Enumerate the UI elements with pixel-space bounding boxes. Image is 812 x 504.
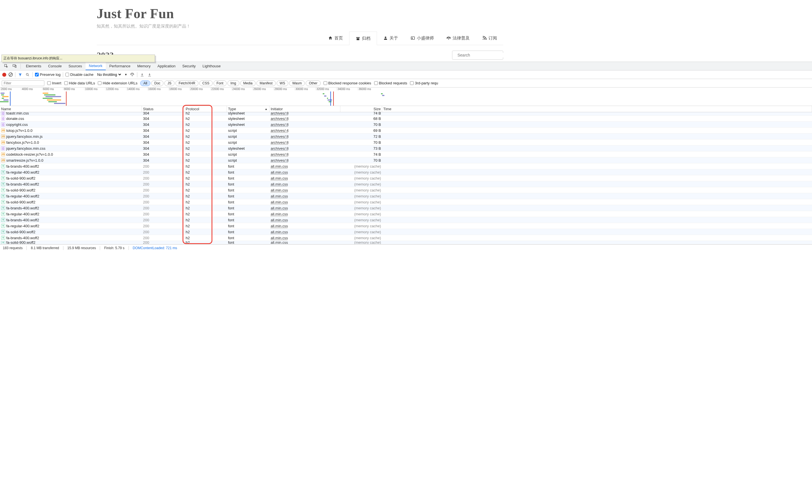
devtools-tab-memory[interactable]: Memory bbox=[134, 62, 154, 70]
nav-lawyer[interactable]: 小盛律师 bbox=[404, 32, 440, 45]
network-conditions-icon[interactable] bbox=[130, 72, 135, 77]
type-pill-doc[interactable]: Doc bbox=[151, 80, 163, 86]
col-header-status[interactable]: Status bbox=[142, 106, 184, 112]
network-row[interactable]: Tfa-solid-900.woff2200h2fontall.min.css(… bbox=[0, 175, 812, 181]
network-filter-input[interactable] bbox=[2, 80, 44, 86]
type-pill-ws[interactable]: WS bbox=[277, 80, 288, 86]
third-party-checkbox[interactable]: 3rd-party requ bbox=[410, 81, 438, 85]
row-initiator-link[interactable]: archives/:8 bbox=[271, 140, 288, 145]
network-row[interactable]: {}jquery.fancybox.min.css304h2stylesheet… bbox=[0, 145, 812, 151]
type-pill-all[interactable]: All bbox=[140, 80, 150, 86]
filter-toggle-icon[interactable] bbox=[18, 72, 23, 77]
row-initiator-link[interactable]: archives/:8 bbox=[271, 134, 288, 139]
clear-button[interactable] bbox=[9, 72, 13, 77]
network-row[interactable]: Tfa-brands-400.woff2200h2fontall.min.css… bbox=[0, 235, 812, 241]
network-row[interactable]: JSjquery.fancybox.min.js304h2scriptarchi… bbox=[0, 134, 812, 139]
search-box[interactable] bbox=[452, 51, 503, 60]
row-initiator-link[interactable]: all.min.css bbox=[271, 176, 288, 180]
row-initiator-link[interactable]: all.min.css bbox=[271, 182, 288, 186]
network-row[interactable]: {}donate.css304h2stylesheetarchives/:868… bbox=[0, 116, 812, 122]
network-row[interactable]: {}copyright.css304h2stylesheetarchives/:… bbox=[0, 122, 812, 128]
record-button[interactable] bbox=[2, 73, 6, 77]
devtools-tab-security[interactable]: Security bbox=[179, 62, 199, 70]
device-toggle-icon[interactable] bbox=[11, 63, 18, 69]
row-initiator-link[interactable]: all.min.css bbox=[271, 212, 288, 216]
col-header-name[interactable]: Name bbox=[0, 106, 142, 112]
network-row[interactable]: Tfa-regular-400.woff2200h2fontall.min.cs… bbox=[0, 193, 812, 199]
row-initiator-link[interactable]: all.min.css bbox=[271, 236, 288, 240]
row-initiator-link[interactable]: all.min.css bbox=[271, 241, 288, 244]
row-initiator-link[interactable]: archives/:4 bbox=[271, 128, 288, 133]
disable-cache-checkbox[interactable]: Disable cache bbox=[65, 72, 94, 77]
col-header-type[interactable]: Type▲ bbox=[227, 106, 269, 112]
devtools-tab-application[interactable]: Application bbox=[154, 62, 179, 70]
row-initiator-link[interactable]: all.min.css bbox=[271, 218, 288, 222]
network-row[interactable]: Tfa-regular-400.woff2200h2fontall.min.cs… bbox=[0, 169, 812, 175]
network-row[interactable]: Tfa-brands-400.woff2200h2fontall.min.css… bbox=[0, 163, 812, 169]
network-row[interactable]: Tfa-solid-900.woff2200h2fontall.min.css(… bbox=[0, 241, 812, 244]
row-initiator-link[interactable]: all.min.css bbox=[271, 194, 288, 198]
col-header-initiator[interactable]: Initiator bbox=[269, 106, 340, 112]
preserve-log-checkbox[interactable]: Preserve log bbox=[35, 72, 61, 77]
row-initiator-link[interactable]: archives/:8 bbox=[271, 146, 288, 151]
nav-archive[interactable]: 归档 bbox=[349, 32, 377, 45]
search-input[interactable] bbox=[458, 53, 507, 57]
network-row[interactable]: JSfancybox.js?v=1.0.0304h2scriptarchives… bbox=[0, 139, 812, 145]
blocked-requests-checkbox[interactable]: Blocked requests bbox=[374, 81, 408, 85]
row-initiator-link[interactable]: archives/:8 bbox=[271, 122, 288, 127]
row-initiator-link[interactable]: all.min.css bbox=[271, 188, 288, 192]
row-initiator-link[interactable]: all.min.css bbox=[271, 224, 288, 228]
network-row[interactable]: Tfa-solid-900.woff2200h2fontall.min.css(… bbox=[0, 187, 812, 193]
type-pill-js[interactable]: JS bbox=[164, 80, 174, 86]
network-row[interactable]: {}toastr.min.css304h2stylesheetarchives/… bbox=[0, 112, 812, 116]
inspect-icon[interactable] bbox=[3, 63, 9, 69]
row-initiator-link[interactable]: archives/:8 bbox=[271, 158, 288, 163]
type-pill-other[interactable]: Other bbox=[306, 80, 320, 86]
network-table-header[interactable]: Name Status Protocol Type▲ Initiator Siz… bbox=[0, 106, 812, 112]
site-title[interactable]: Just For Fun bbox=[97, 6, 503, 21]
network-row[interactable]: Tfa-regular-400.woff2200h2fontall.min.cs… bbox=[0, 223, 812, 229]
blocked-cookies-checkbox[interactable]: Blocked response cookies bbox=[323, 81, 371, 85]
nav-about[interactable]: 关于 bbox=[377, 32, 404, 45]
type-pill-css[interactable]: CSS bbox=[199, 80, 213, 86]
row-initiator-link[interactable]: archives/:8 bbox=[271, 116, 288, 121]
type-pill-img[interactable]: Img bbox=[227, 80, 239, 86]
col-header-protocol[interactable]: Protocol bbox=[184, 106, 227, 112]
type-pill-wasm[interactable]: Wasm bbox=[289, 80, 305, 86]
row-initiator-link[interactable]: all.min.css bbox=[271, 230, 288, 234]
network-timeline[interactable]: 2000 ms4000 ms6000 ms8000 ms10000 ms1200… bbox=[0, 88, 812, 106]
col-header-time[interactable]: Time bbox=[382, 106, 812, 112]
invert-checkbox[interactable]: Invert bbox=[47, 81, 61, 85]
network-row[interactable]: JStotop.js?v=1.0.0304h2scriptarchives/:4… bbox=[0, 128, 812, 134]
hide-ext-url-checkbox[interactable]: Hide extension URLs bbox=[98, 81, 137, 85]
type-pill-font[interactable]: Font bbox=[213, 80, 227, 86]
network-row[interactable]: Tfa-solid-900.woff2200h2fontall.min.css(… bbox=[0, 199, 812, 205]
row-initiator-link[interactable]: archives/:8 bbox=[271, 152, 288, 157]
nav-home[interactable]: 首页 bbox=[322, 32, 349, 45]
network-row[interactable]: JSsmartresize.js?v=1.0.0304h2scriptarchi… bbox=[0, 157, 812, 163]
col-header-size[interactable]: Size bbox=[340, 106, 382, 112]
throttling-select[interactable]: No throttling bbox=[96, 72, 122, 77]
row-initiator-link[interactable]: all.min.css bbox=[271, 206, 288, 210]
search-toggle-icon[interactable] bbox=[25, 72, 30, 77]
devtools-tab-sources[interactable]: Sources bbox=[65, 62, 86, 70]
network-row[interactable]: Tfa-solid-900.woff2200h2fontall.min.css(… bbox=[0, 229, 812, 235]
devtools-tab-performance[interactable]: Performance bbox=[106, 62, 134, 70]
row-initiator-link[interactable]: all.min.css bbox=[271, 164, 288, 168]
import-har-icon[interactable] bbox=[140, 72, 145, 77]
devtools-tab-console[interactable]: Console bbox=[45, 62, 65, 70]
network-row[interactable]: Tfa-regular-400.woff2200h2fontall.min.cs… bbox=[0, 211, 812, 217]
hide-data-url-checkbox[interactable]: Hide data URLs bbox=[64, 81, 95, 85]
nav-legal[interactable]: 法律普及 bbox=[440, 32, 476, 45]
devtools-tab-lighthouse[interactable]: Lighthouse bbox=[199, 62, 224, 70]
network-row[interactable]: JScodeblock-resizer.js?v=1.0.0304h2scrip… bbox=[0, 151, 812, 157]
network-row[interactable]: Tfa-brands-400.woff2200h2fontall.min.css… bbox=[0, 205, 812, 211]
type-pill-manifest[interactable]: Manifest bbox=[256, 80, 275, 86]
network-row[interactable]: Tfa-brands-400.woff2200h2fontall.min.css… bbox=[0, 217, 812, 223]
type-pill-media[interactable]: Media bbox=[240, 80, 256, 86]
export-har-icon[interactable] bbox=[147, 72, 152, 77]
row-initiator-link[interactable]: all.min.css bbox=[271, 200, 288, 204]
row-initiator-link[interactable]: all.min.css bbox=[271, 170, 288, 174]
devtools-tab-network[interactable]: Network bbox=[86, 62, 106, 70]
type-pill-fetch-xhr[interactable]: Fetch/XHR bbox=[175, 80, 198, 86]
